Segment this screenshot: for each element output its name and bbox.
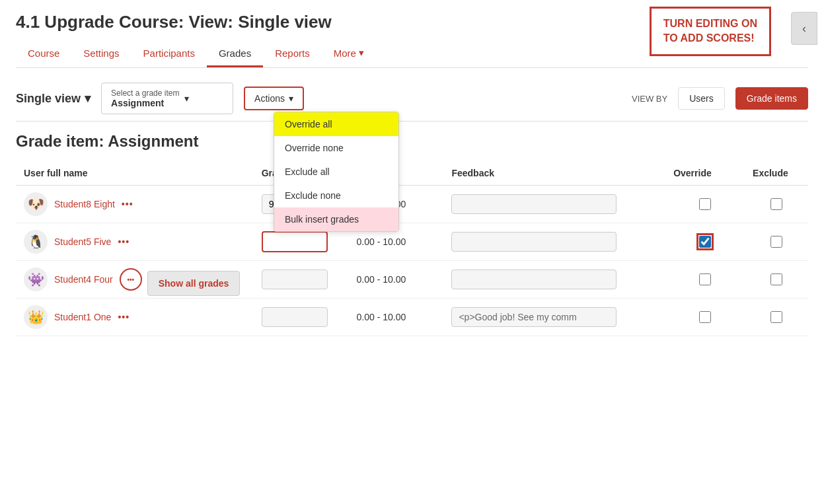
tab-reports[interactable]: Reports — [263, 41, 322, 67]
grade-item-select[interactable]: Select a grade item Assignment ▾ — [101, 83, 233, 114]
override-checkbox-2[interactable] — [699, 236, 711, 248]
student-cell-3: 👾 Student4 Four ••• Show all grades — [16, 261, 254, 299]
page-wrapper: 4.1 Upgrade Course: View: Single view TU… — [0, 0, 824, 504]
show-all-label: Show all grades — [159, 278, 229, 289]
range-cell-4: 0.00 - 10.00 — [349, 299, 444, 336]
exclude-checkbox-3[interactable] — [770, 273, 782, 285]
exclude-cell-2 — [745, 223, 808, 261]
override-cell-4 — [665, 299, 745, 336]
override-cell-2 — [665, 223, 745, 261]
student-name-1[interactable]: Student8 Eight — [54, 199, 115, 209]
chevron-down-icon-select: ▾ — [184, 93, 189, 104]
feedback-input-2[interactable] — [451, 232, 617, 252]
override-checkbox-1[interactable] — [699, 198, 711, 210]
actions-label: Actions — [254, 93, 285, 104]
grade-select-label: Select a grade item — [111, 89, 179, 98]
table-row: 🐧 Student5 Five ••• 0.00 - 10.00 — [16, 223, 808, 261]
feedback-cell-2 — [443, 223, 665, 261]
student-name-2[interactable]: Student5 Five — [54, 236, 111, 247]
feedback-input-3[interactable] — [451, 270, 617, 289]
tab-grades[interactable]: Grades — [207, 41, 263, 67]
chevron-down-icon: ▾ — [359, 47, 364, 59]
student-name-3[interactable]: Student4 Four — [54, 274, 113, 285]
action-override-all[interactable]: Override all — [274, 112, 398, 136]
feedback-cell-3 — [443, 261, 665, 299]
table-header: User full name Grade Range Feedback Over… — [16, 161, 808, 186]
avatar-4: 👑 — [24, 305, 48, 329]
alert-line2: TO ADD SCORES! — [663, 32, 755, 44]
grade-select-inner: Select a grade item Assignment — [111, 89, 179, 108]
exclude-checkbox-4[interactable] — [770, 311, 782, 323]
col-header-username: User full name — [16, 161, 254, 186]
range-4: 0.00 - 10.00 — [357, 312, 406, 322]
avatar-2: 🐧 — [24, 230, 48, 254]
more-btn-3-circled[interactable]: ••• Show all grades — [120, 268, 142, 291]
override-cell-3 — [665, 261, 745, 299]
grade-input-4[interactable] — [262, 307, 328, 327]
more-btn-2[interactable]: ••• — [118, 236, 130, 247]
single-view-title[interactable]: Single view ▾ — [16, 91, 91, 106]
tab-course[interactable]: Course — [16, 41, 71, 67]
student-cell-1: 🐶 Student8 Eight ••• — [16, 186, 254, 223]
table-body: 🐶 Student8 Eight ••• 0.00 - 10.00 — [16, 186, 808, 336]
action-exclude-none[interactable]: Exclude none — [274, 184, 398, 207]
more-btn-1[interactable]: ••• — [122, 199, 133, 209]
student-cell-2: 🐧 Student5 Five ••• — [16, 223, 254, 261]
exclude-cell-1 — [745, 186, 808, 223]
feedback-input-4[interactable]: <p>Good job! See my comm — [451, 307, 617, 327]
col-header-feedback: Feedback — [443, 161, 665, 186]
range-cell-3: 0.00 - 10.00 — [349, 261, 444, 299]
tab-more-label: More — [334, 48, 356, 59]
tab-more[interactable]: More ▾ — [322, 40, 376, 67]
override-checkbox-4[interactable] — [699, 311, 711, 323]
chevron-down-icon: ▾ — [85, 91, 91, 106]
table-row: 👑 Student1 One ••• 0.00 - 10.00 <p>Good … — [16, 299, 808, 336]
avatar-1: 🐶 — [24, 192, 48, 216]
chevron-left-icon: ‹ — [802, 22, 806, 36]
action-bulk-insert[interactable]: Bulk insert grades — [274, 207, 398, 231]
collapse-button[interactable]: ‹ — [791, 12, 817, 45]
range-2: 0.00 - 10.00 — [357, 236, 406, 247]
grade-input-2[interactable] — [262, 231, 328, 252]
single-view-label: Single view — [16, 92, 81, 106]
exclude-checkbox-1[interactable] — [770, 198, 782, 210]
avatar-3: 👾 — [24, 268, 48, 291]
grade-select-value: Assignment — [111, 98, 164, 108]
exclude-cell-4 — [745, 299, 808, 336]
student-cell-4: 👑 Student1 One ••• — [16, 299, 254, 336]
table-row: 🐶 Student8 Eight ••• 0.00 - 10.00 — [16, 186, 808, 223]
exclude-cell-3 — [745, 261, 808, 299]
tab-participants[interactable]: Participants — [131, 41, 207, 67]
grade-cell-4 — [254, 299, 349, 336]
tab-settings[interactable]: Settings — [71, 41, 131, 67]
override-cell-1 — [665, 186, 745, 223]
view-grade-items-button[interactable]: Grade items — [735, 87, 808, 110]
main-content: Single view ▾ Select a grade item Assign… — [0, 68, 824, 344]
table-row: 👾 Student4 Four ••• Show all grades — [16, 261, 808, 299]
actions-dropdown: Override all Override none Exclude all E… — [274, 112, 399, 232]
override-checkbox-3[interactable] — [699, 273, 711, 285]
actions-chevron-icon: ▾ — [289, 93, 293, 104]
view-by-label: VIEW BY — [632, 94, 667, 104]
range-3: 0.00 - 10.00 — [357, 274, 406, 285]
col-header-override: Override — [665, 161, 745, 186]
actions-button[interactable]: Actions ▾ — [244, 87, 304, 110]
sv-toolbar: Single view ▾ Select a grade item Assign… — [16, 76, 808, 122]
feedback-input-1[interactable] — [451, 194, 617, 214]
more-btn-4[interactable]: ••• — [118, 312, 130, 322]
alert-box: TURN EDITING ON TO ADD SCORES! — [650, 7, 771, 56]
top-panel: 4.1 Upgrade Course: View: Single view TU… — [0, 0, 824, 68]
action-exclude-all[interactable]: Exclude all — [274, 160, 398, 184]
alert-line1: TURN EDITING ON — [663, 18, 757, 29]
action-override-none[interactable]: Override none — [274, 136, 398, 160]
grades-table: User full name Grade Range Feedback Over… — [16, 161, 808, 336]
feedback-cell-1 — [443, 186, 665, 223]
grade-input-3[interactable] — [262, 270, 328, 289]
feedback-cell-4: <p>Good job! See my comm — [443, 299, 665, 336]
grade-item-heading: Grade item: Assignment — [16, 132, 808, 151]
show-all-tooltip[interactable]: Show all grades — [147, 271, 241, 296]
student-name-4[interactable]: Student1 One — [54, 312, 111, 322]
view-users-button[interactable]: Users — [678, 87, 725, 110]
exclude-checkbox-2[interactable] — [770, 236, 782, 248]
ellipsis-icon: ••• — [127, 276, 134, 283]
